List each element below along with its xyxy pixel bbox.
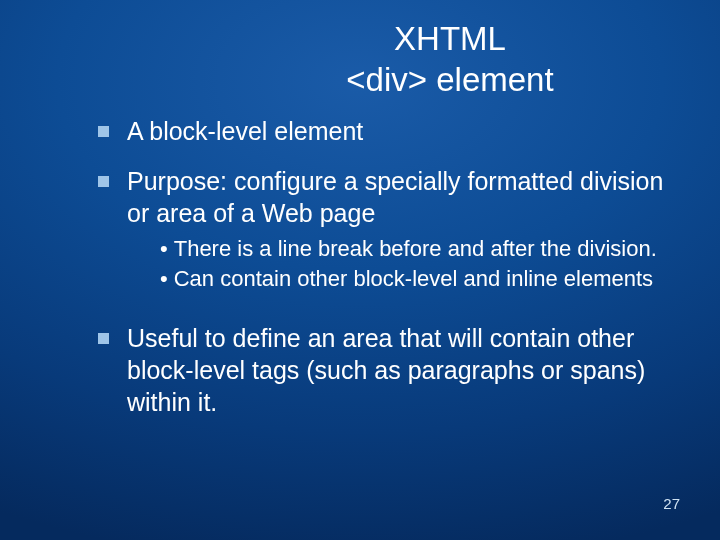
slide-content: A block-level element Purpose: configure… [40,115,680,418]
title-line-1: XHTML [394,20,506,57]
square-bullet-icon [98,333,109,344]
dot-bullet-icon: • [160,265,168,294]
square-bullet-icon [98,126,109,137]
sub-list: • There is a line break before and after… [98,235,670,294]
list-item: A block-level element [98,115,670,147]
list-item: • Can contain other block-level and inli… [160,265,670,294]
slide-title: XHTML <div> element [40,18,680,101]
page-number: 27 [663,495,680,512]
list-item: • There is a line break before and after… [160,235,670,264]
dot-bullet-icon: • [160,235,168,264]
square-bullet-icon [98,176,109,187]
slide: XHTML <div> element A block-level elemen… [0,0,720,540]
bullet-text: A block-level element [127,115,363,147]
list-item: Purpose: configure a specially formatted… [98,165,670,229]
sub-bullet-text: Can contain other block-level and inline… [174,265,653,294]
list-item: Useful to define an area that will conta… [98,322,670,418]
bullet-text: Useful to define an area that will conta… [127,322,670,418]
title-line-2: <div> element [346,61,553,98]
bullet-text: Purpose: configure a specially formatted… [127,165,670,229]
sub-bullet-text: There is a line break before and after t… [174,235,657,264]
